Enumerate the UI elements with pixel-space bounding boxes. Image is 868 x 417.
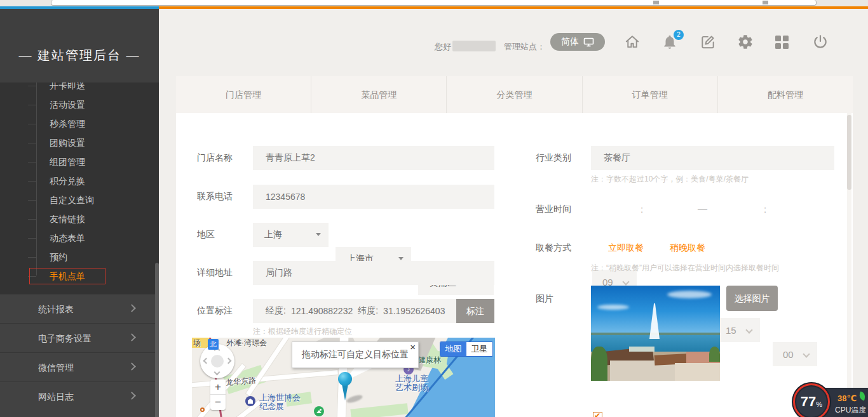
- pickup-now-checkbox[interactable]: [593, 412, 602, 417]
- province-select[interactable]: 上海: [253, 223, 329, 247]
- map-pin[interactable]: [338, 372, 352, 386]
- tooltip-text: 拖动标注可自定义目标位置: [302, 349, 409, 361]
- pan-left-icon[interactable]: [203, 358, 210, 364]
- gear-icon[interactable]: [737, 34, 754, 50]
- map-label-expo: 上海世博会 纪念展: [259, 394, 301, 411]
- pickup-note: 注：“稍晚取餐”用户可以选择在营业时间内选择取餐时间: [591, 263, 779, 274]
- sidebar-item-jifenduihuan[interactable]: 积分兑换: [0, 171, 159, 190]
- apps-grid-icon[interactable]: [775, 36, 789, 49]
- chevron-down-icon: [803, 350, 810, 357]
- browser-address-bar[interactable]: [51, 0, 817, 6]
- sidebar-item-dongtaibiaodan[interactable]: 动态表单: [0, 228, 159, 248]
- choose-image-button[interactable]: 选择图片: [726, 286, 778, 311]
- tab-category-management[interactable]: 分类管理: [447, 76, 582, 113]
- industry-note: 注：字数不超过10个字，例：美食/粤菜/茶餐厅: [591, 174, 749, 185]
- tab-store-management[interactable]: 门店管理: [176, 76, 311, 113]
- location-label: 位置标注: [197, 305, 233, 317]
- tab-ingredient-management[interactable]: 配料管理: [718, 76, 853, 113]
- edit-icon[interactable]: [700, 34, 716, 50]
- language-pill-button[interactable]: 简体: [550, 33, 605, 51]
- pickup-now-label[interactable]: 立即取餐: [608, 242, 644, 254]
- sidebar-sections: 统计报表 电子商务设置 微信管理 网站日志: [0, 294, 159, 417]
- close-icon[interactable]: ×: [410, 341, 416, 352]
- section-label: 电子商务设置: [38, 333, 92, 343]
- label-line: 上海世博会: [259, 393, 301, 402]
- store-name-label: 门店名称: [197, 152, 233, 164]
- store-name-input[interactable]: 青青原上草2: [253, 146, 494, 170]
- section-label: 网站日志: [38, 392, 74, 402]
- pickup-label: 取餐方式: [536, 242, 571, 254]
- pan-down-icon[interactable]: [214, 369, 220, 376]
- language-pill-label: 简体: [561, 36, 579, 48]
- monitor-icon: [583, 37, 594, 47]
- address-label: 详细地址: [197, 267, 233, 279]
- zoom-out-button[interactable]: −: [210, 395, 226, 410]
- sidebar-item-kaikajisong[interactable]: 开卡即送: [0, 83, 159, 95]
- end-hour-value: 15: [726, 325, 736, 336]
- mark-location-button[interactable]: 标注: [456, 299, 494, 323]
- store-form-panel: 门店名称 青青原上草2 联系电话 12345678 地区 上海 上海市 黄浦区 …: [176, 113, 853, 417]
- location-input[interactable]: 经度: 121.490882232 纬度: 31.1952626403: [253, 299, 456, 323]
- sidebar-section-tongjibaobiao[interactable]: 统计报表: [0, 294, 159, 323]
- end-minute-value: 00: [783, 349, 794, 360]
- sidebar-item-zidingyichaxun[interactable]: 自定义查询: [0, 190, 159, 209]
- location-note: 注：根据经纬度进行精确定位: [253, 326, 352, 337]
- sidebar-item-youqinglianjie[interactable]: 友情链接: [0, 209, 159, 228]
- panel-scrollbar-thumb[interactable]: [847, 115, 851, 190]
- map-widget[interactable]: 场 外滩·湾璟会 健康林 龙华东路 上海儿童 艺术剧场 上海世博会 纪念展 ♪: [192, 338, 495, 417]
- phone-input[interactable]: 12345678: [253, 185, 494, 209]
- sidebar-item-yuyue[interactable]: 预约: [0, 248, 159, 267]
- sidebar-title: — 建站管理后台 —: [0, 9, 159, 83]
- map-pin-tail: [342, 384, 348, 400]
- time-dash: —: [698, 202, 707, 213]
- lat-value: 31.1952626403: [383, 306, 445, 316]
- panel-scrollbar-track[interactable]: [847, 113, 851, 417]
- image-label: 图片: [536, 293, 553, 305]
- zoom-in-button[interactable]: +: [210, 380, 226, 395]
- chevron-down-icon: [745, 326, 752, 333]
- map-dot-poi: [200, 407, 205, 412]
- museum-poi-icon: [245, 396, 255, 406]
- browser-icon-fragment: [653, 1, 659, 4]
- chevron-right-icon: [128, 304, 136, 312]
- sidebar-item-huodongshezhi[interactable]: 活动设置: [0, 95, 159, 114]
- sidebar-section-weixinguanli[interactable]: 微信管理: [0, 352, 159, 381]
- lng-label: 经度:: [266, 305, 286, 317]
- module-tabbar: 门店管理 菜品管理 分类管理 订单管理 配料管理: [176, 76, 853, 113]
- end-hour-select[interactable]: 15: [715, 318, 760, 342]
- province-value: 上海: [264, 229, 282, 241]
- map-green-area: [350, 403, 408, 417]
- pin-shadow: [346, 394, 363, 404]
- pan-right-icon[interactable]: [226, 358, 232, 364]
- photo-poi-icon: [314, 406, 324, 416]
- tab-order-management[interactable]: 订单管理: [583, 76, 718, 113]
- tab-dish-management[interactable]: 菜品管理: [311, 76, 447, 113]
- sidebar-item-tuangoushezhi[interactable]: 团购设置: [0, 133, 159, 152]
- label-line: 纪念展: [259, 402, 284, 411]
- lng-value: 121.490882232: [291, 306, 353, 316]
- sidebar-scrollbar[interactable]: [155, 263, 159, 417]
- end-minute-select[interactable]: 00: [773, 342, 817, 366]
- satellite-type-button[interactable]: 卫星: [466, 342, 492, 356]
- sidebar-item-zutuanguanli[interactable]: 组团管理: [0, 152, 159, 171]
- chevron-right-icon: [128, 392, 136, 400]
- sidebar-item-miaoshaguanli[interactable]: 秒杀管理: [0, 114, 159, 133]
- sidebar-item-shoujidiandan-active[interactable]: 手机点单: [0, 267, 159, 286]
- label-line: 上海儿童: [395, 374, 428, 383]
- map-type-button[interactable]: 地图: [440, 342, 466, 356]
- power-icon[interactable]: [812, 34, 829, 50]
- cpu-temp-widget[interactable]: 38℃ CPU温度 77 %: [793, 383, 868, 417]
- sidebar-section-wangzhanrizhi[interactable]: 网站日志: [0, 381, 159, 411]
- store-photo: [591, 286, 720, 381]
- map-label-health-forest: 健康林: [418, 355, 441, 364]
- address-input[interactable]: 局门路: [253, 261, 494, 285]
- pickup-later-label[interactable]: 稍晚取餐: [670, 242, 705, 254]
- sidebar-section-dianzishangwu[interactable]: 电子商务设置: [0, 323, 159, 352]
- cpu-percent-gauge[interactable]: 77 %: [793, 383, 830, 417]
- map-tooltip: 拖动标注可自定义目标位置 ×: [292, 341, 419, 368]
- home-icon[interactable]: [624, 34, 641, 50]
- cpu-percent-unit: %: [816, 400, 822, 408]
- dropdown-arrow-icon: [398, 257, 403, 260]
- industry-input[interactable]: 茶餐厅: [591, 146, 834, 170]
- hours-label: 营业时间: [536, 204, 571, 215]
